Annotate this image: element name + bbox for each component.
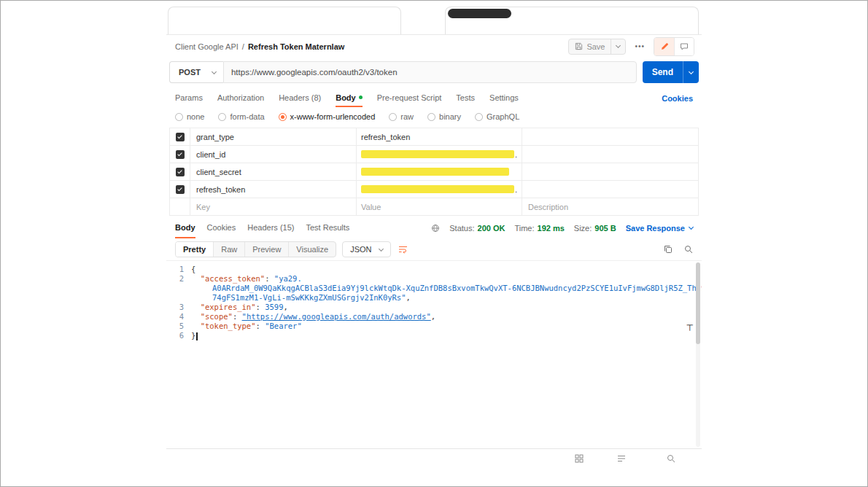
response-status-group: Status: 200 OK Time: 192 ms Size: 905 B … [431, 224, 693, 233]
open-request-tab-2[interactable] [445, 7, 699, 34]
cookies-link[interactable]: Cookies [662, 94, 693, 103]
save-dropdown-button[interactable] [611, 39, 625, 54]
url-input[interactable] [223, 61, 637, 83]
body-mode-raw[interactable]: raw [389, 112, 414, 121]
line-number: 3 [166, 303, 191, 312]
chevron-down-icon [689, 69, 694, 74]
send-dropdown-button[interactable] [683, 61, 699, 83]
mode-label: binary [439, 112, 461, 121]
main-content: Client Google API / Refresh Token Matern… [166, 7, 702, 469]
time-value: 192 ms [538, 224, 565, 233]
save-button-label: Save [586, 42, 605, 51]
param-description[interactable] [522, 163, 698, 180]
param-description[interactable] [522, 146, 698, 163]
console-icon[interactable] [617, 454, 626, 463]
tab-pre-request-script[interactable]: Pre-request Script [377, 89, 442, 107]
scrollbar-thumb[interactable] [696, 262, 700, 344]
breadcrumb-request-name[interactable]: Refresh Token Maternlaw [248, 42, 344, 51]
network-globe-icon[interactable] [431, 224, 440, 233]
code-token: "token_type" [201, 322, 256, 330]
response-tab-headers[interactable]: Headers (15) [247, 217, 294, 238]
response-tab-test-results[interactable]: Test Results [306, 217, 349, 238]
param-key-placeholder[interactable]: Key [190, 198, 357, 215]
body-mode-form-data[interactable]: form-data [218, 112, 264, 121]
copy-button[interactable] [664, 245, 673, 254]
edit-button[interactable] [654, 38, 674, 55]
code-token: } [191, 331, 195, 340]
param-value[interactable]: . [357, 181, 522, 198]
param-description[interactable] [522, 181, 698, 198]
tab-settings[interactable]: Settings [489, 89, 519, 107]
code-token: "expires_in" [201, 303, 256, 311]
param-key[interactable]: grant_type [190, 128, 357, 145]
row-checkbox[interactable] [176, 133, 185, 141]
body-mode-x-www-form-urlencoded[interactable]: x-www-form-urlencoded [279, 112, 376, 121]
param-key[interactable]: client_secret [190, 163, 357, 180]
param-value[interactable]: refresh_token [357, 128, 522, 145]
code-token: : [233, 312, 242, 321]
method-dropdown[interactable]: POST [169, 61, 223, 83]
code-token [191, 274, 201, 283]
response-body-viewer[interactable]: 1 { 2 "access_token": "ya29. A0ARrdaM_0W… [166, 260, 702, 448]
send-button[interactable]: Send [643, 61, 683, 83]
code-token [191, 322, 201, 330]
view-raw[interactable]: Raw [214, 242, 245, 257]
tab-params[interactable]: Params [175, 89, 203, 107]
comments-button[interactable] [674, 38, 694, 55]
status-badge: Status: 200 OK [449, 224, 505, 233]
row-checkbox[interactable] [176, 168, 185, 176]
header-actions: Save ••• [568, 37, 694, 56]
param-key[interactable]: refresh_token [190, 181, 357, 198]
mode-label: GraphQL [487, 112, 519, 121]
tab-label: Cookies [207, 223, 236, 232]
param-value[interactable] [357, 163, 522, 180]
bottom-bar [166, 448, 702, 469]
comment-icon [680, 42, 689, 51]
status-value: 200 OK [478, 224, 505, 233]
response-tab-body[interactable]: Body [175, 217, 195, 238]
tab-label: Headers (8) [279, 93, 321, 102]
time-label: Time: [514, 224, 534, 233]
param-key[interactable]: client_id [190, 146, 357, 163]
view-pretty[interactable]: Pretty [176, 242, 214, 257]
code-token: "access_token" [201, 274, 266, 283]
param-value[interactable]: . [357, 146, 522, 163]
scrollbar-track[interactable] [696, 262, 700, 447]
app-window: Client Google API / Refresh Token Matern… [0, 0, 868, 487]
search-response-button[interactable] [684, 245, 693, 254]
language-dropdown[interactable]: JSON [342, 241, 390, 257]
param-description-placeholder[interactable]: Description [522, 198, 698, 215]
tab-label: Pre-request Script [377, 93, 442, 102]
row-checkbox[interactable] [176, 185, 185, 194]
code-token: "scope" [201, 312, 233, 321]
save-button[interactable]: Save [569, 39, 611, 54]
code-token: , [283, 303, 287, 311]
param-description[interactable] [522, 128, 698, 145]
response-tab-cookies[interactable]: Cookies [207, 217, 236, 238]
breadcrumb-collection[interactable]: Client Google API [175, 42, 239, 51]
view-preview[interactable]: Preview [245, 242, 289, 257]
environment-pill[interactable] [448, 9, 511, 18]
tab-body[interactable]: Body [336, 89, 363, 107]
body-mode-none[interactable]: none [175, 112, 204, 121]
search-icon[interactable] [667, 454, 675, 463]
chevron-down-icon [689, 225, 694, 230]
body-mode-binary[interactable]: binary [427, 112, 461, 121]
more-options-button[interactable]: ••• [635, 42, 645, 50]
view-visualize[interactable]: Visualize [289, 242, 336, 257]
tab-headers[interactable]: Headers (8) [279, 89, 321, 107]
grid-icon[interactable] [575, 454, 584, 463]
row-checkbox[interactable] [176, 150, 185, 159]
open-request-tab[interactable] [168, 7, 401, 34]
tab-authorization[interactable]: Authorization [217, 89, 264, 107]
save-response-label: Save Response [626, 224, 685, 233]
param-value-placeholder[interactable]: Value [357, 198, 522, 215]
size-value: 905 B [594, 224, 616, 233]
body-mode-graphql[interactable]: GraphQL [475, 112, 519, 121]
save-response-button[interactable]: Save Response [626, 224, 693, 233]
scope-url-link[interactable]: "https://www.googleapis.com/auth/adwords… [242, 312, 431, 321]
line-number: 1 [166, 265, 191, 274]
redacted-value-highlight [361, 168, 509, 176]
wrap-text-button[interactable] [398, 245, 408, 254]
tab-tests[interactable]: Tests [456, 89, 475, 107]
